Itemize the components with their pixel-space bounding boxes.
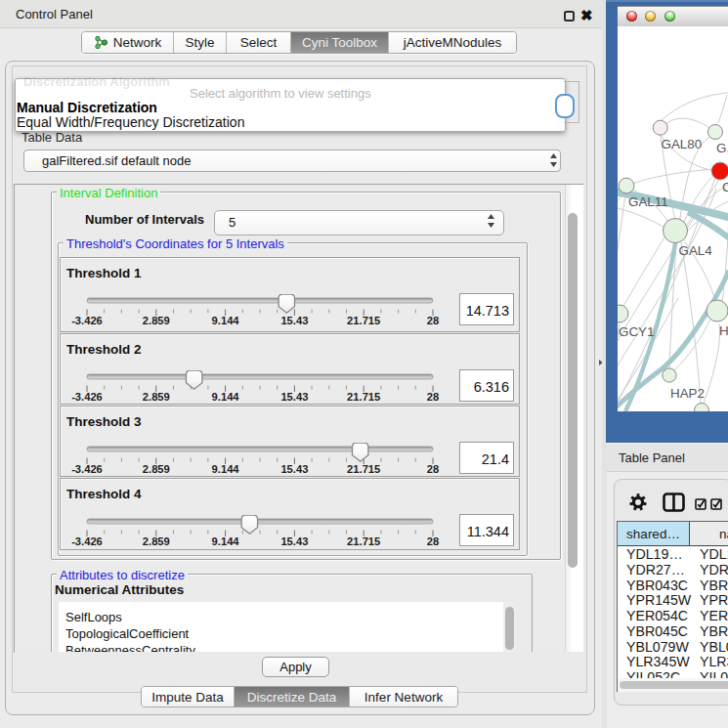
svg-text:2.859: 2.859 [143, 391, 170, 403]
svg-text:9.144: 9.144 [212, 315, 240, 326]
svg-text:-3.426: -3.426 [71, 315, 103, 326]
svg-text:-3.426: -3.426 [71, 535, 103, 547]
svg-text:CY: CY [722, 180, 728, 194]
svg-text:21.715: 21.715 [347, 535, 380, 547]
svg-text:21.715: 21.715 [347, 463, 380, 475]
svg-text:GAL4: GAL4 [679, 243, 713, 258]
svg-text:28: 28 [427, 391, 439, 403]
svg-text:2.859: 2.859 [143, 315, 170, 326]
svg-text:28: 28 [427, 535, 439, 547]
svg-text:21.715: 21.715 [347, 391, 380, 403]
svg-text:2.859: 2.859 [143, 535, 170, 547]
svg-text:15.43: 15.43 [280, 315, 308, 326]
svg-text:-3.426: -3.426 [71, 391, 103, 403]
svg-text:9.144: 9.144 [212, 463, 240, 475]
svg-text:-3.426: -3.426 [71, 463, 103, 475]
svg-text:2.859: 2.859 [143, 463, 170, 475]
svg-text:15.43: 15.43 [280, 463, 308, 475]
svg-text:28: 28 [427, 463, 439, 475]
svg-text:9.144: 9.144 [212, 535, 240, 547]
svg-text:GAL11: GAL11 [628, 194, 668, 209]
svg-text:GAL80: GAL80 [662, 137, 703, 151]
svg-text:15.43: 15.43 [280, 535, 308, 547]
svg-text:21.715: 21.715 [347, 315, 380, 326]
svg-text:28: 28 [427, 315, 439, 326]
svg-text:9.144: 9.144 [212, 391, 240, 403]
svg-text:G..: G.. [716, 141, 728, 155]
svg-text:GCY1: GCY1 [619, 324, 654, 339]
svg-text:15.43: 15.43 [280, 391, 308, 403]
svg-text:HA: HA [719, 323, 728, 338]
svg-text:HAP2: HAP2 [670, 386, 705, 401]
